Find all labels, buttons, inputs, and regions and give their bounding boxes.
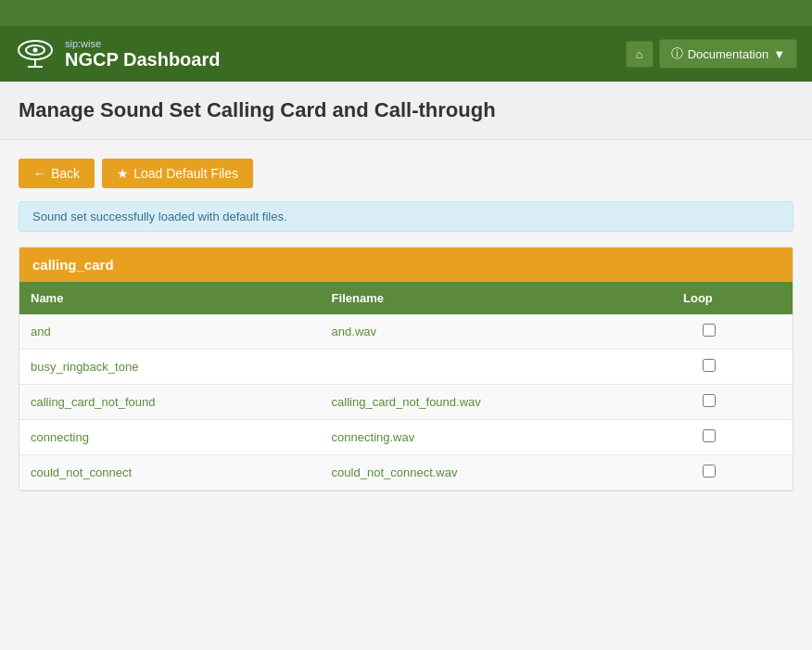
load-default-files-button[interactable]: ★ Load Default Files — [102, 159, 253, 188]
col-header-action — [746, 282, 793, 314]
cell-loop — [672, 350, 746, 385]
table-row: calling_card_not_foundcalling_card_not_f… — [19, 385, 793, 420]
star-icon: ★ — [117, 166, 129, 181]
table-row: andand.wav — [19, 314, 793, 350]
cell-name: calling_card_not_found — [19, 385, 321, 420]
brand-title: NGCP Dashboard — [65, 49, 220, 70]
logo-subtext: sip:wise — [65, 38, 220, 49]
cell-filename: calling_card_not_found.wav — [321, 385, 672, 420]
calling-card-section: calling_card Name Filename Loop andand.w… — [19, 247, 793, 491]
table-row: could_not_connectcould_not_connect.wav — [19, 455, 793, 491]
cell-action — [746, 455, 793, 491]
col-header-loop: Loop — [672, 282, 746, 314]
info-icon: ⓘ — [671, 45, 683, 62]
sipwise-logo-icon — [15, 37, 56, 70]
cell-filename: could_not_connect.wav — [321, 455, 672, 491]
cell-name: could_not_connect — [19, 455, 321, 491]
table-row: connectingconnecting.wav — [19, 420, 793, 455]
svg-point-2 — [33, 48, 38, 53]
cell-loop — [672, 314, 746, 350]
table-body: andand.wavbusy_ringback_tonecalling_card… — [19, 314, 793, 491]
table-header-row: Name Filename Loop — [19, 282, 793, 314]
cell-filename: connecting.wav — [321, 420, 672, 455]
top-bar — [0, 0, 812, 26]
home-icon: ⌂ — [636, 47, 643, 61]
page-title: Manage Sound Set Calling Card and Call-t… — [19, 98, 793, 122]
calling-card-table: Name Filename Loop andand.wavbusy_ringba… — [19, 282, 793, 491]
page-title-bar: Manage Sound Set Calling Card and Call-t… — [0, 82, 812, 140]
cell-action — [746, 314, 793, 350]
cell-action — [746, 350, 793, 385]
cell-filename — [321, 350, 672, 385]
table-row: busy_ringback_tone — [19, 350, 793, 385]
cell-filename: and.wav — [321, 314, 672, 350]
home-button[interactable]: ⌂ — [626, 41, 653, 68]
brand-area: sip:wise NGCP Dashboard — [15, 37, 220, 70]
header: sip:wise NGCP Dashboard ⌂ ⓘ Documentatio… — [0, 26, 812, 82]
cell-loop — [672, 420, 746, 455]
loop-checkbox[interactable] — [703, 359, 716, 372]
col-header-name: Name — [19, 282, 321, 314]
cell-loop — [672, 455, 746, 491]
loop-checkbox[interactable] — [703, 429, 716, 442]
success-message: Sound set successfully loaded with defau… — [19, 201, 793, 232]
col-header-filename: Filename — [321, 282, 672, 314]
arrow-left-icon: ← — [33, 166, 46, 181]
cell-name: busy_ringback_tone — [19, 350, 321, 385]
header-nav: ⌂ ⓘ Documentation ▼ — [626, 39, 797, 69]
action-buttons: ← Back ★ Load Default Files — [19, 159, 793, 188]
back-button[interactable]: ← Back — [19, 159, 95, 188]
cell-action — [746, 420, 793, 455]
loop-checkbox[interactable] — [703, 465, 716, 478]
main-content: ← Back ★ Load Default Files Sound set su… — [0, 140, 812, 510]
chevron-down-icon: ▼ — [773, 47, 785, 61]
cell-name: connecting — [19, 420, 321, 455]
cell-action — [746, 385, 793, 420]
cell-name: and — [19, 314, 321, 350]
loop-checkbox[interactable] — [703, 394, 716, 407]
section-header: calling_card — [19, 248, 793, 282]
loop-checkbox[interactable] — [703, 324, 716, 337]
documentation-label: Documentation — [688, 47, 768, 61]
cell-loop — [672, 385, 746, 420]
documentation-button[interactable]: ⓘ Documentation ▼ — [659, 39, 797, 69]
